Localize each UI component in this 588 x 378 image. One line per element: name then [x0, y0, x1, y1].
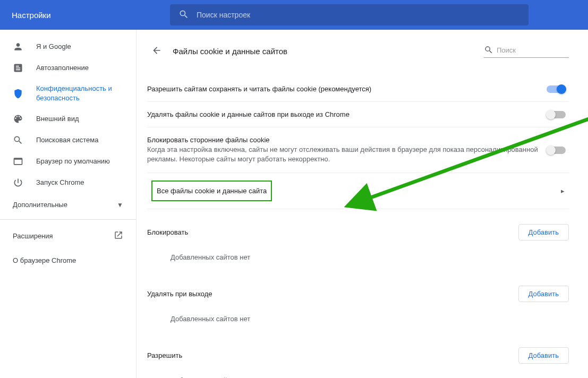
- sidebar-item-autofill[interactable]: Автозаполнение: [0, 57, 136, 79]
- section-delete-on-exit: Удалять при выходе Добавить: [147, 286, 569, 302]
- global-search-input[interactable]: [197, 11, 520, 19]
- setting-label: Блокировать сторонние файлы cookie: [147, 136, 547, 144]
- arrow-left-icon: [151, 45, 162, 57]
- page-title: Файлы cookie и данные сайтов: [173, 47, 484, 56]
- section-block: Блокировать Добавить: [147, 224, 569, 240]
- highlight-box: Все файлы cookie и данные сайта: [151, 181, 272, 201]
- search-icon: [178, 9, 189, 21]
- all-cookies-label: Все файлы cookie и данные сайта: [157, 187, 267, 195]
- sidebar-item-you-and-google[interactable]: Я и Google: [0, 36, 136, 57]
- sidebar-item-label: Автозаполнение: [36, 63, 89, 73]
- search-icon: [484, 45, 493, 56]
- sidebar-item-privacy-security[interactable]: Конфиденциальность и безопасность: [0, 79, 136, 108]
- setting-description: Когда эта настройка включена, сайты не м…: [147, 145, 547, 164]
- section-title: Разрешить: [147, 351, 518, 359]
- sidebar-item-label: Внешний вид: [36, 114, 79, 124]
- page-header: Файлы cookie и данные сайтов: [147, 41, 569, 61]
- global-search[interactable]: [170, 4, 529, 25]
- shield-icon: [13, 88, 23, 99]
- power-icon: [13, 177, 23, 188]
- all-cookies-link[interactable]: Все файлы cookie и данные сайта ▸: [147, 173, 569, 209]
- sidebar-item-label: Конфиденциальность и безопасность: [36, 84, 121, 103]
- sidebar-item-appearance[interactable]: Внешний вид: [0, 108, 136, 130]
- page-search-input[interactable]: [493, 44, 569, 57]
- autofill-icon: [13, 63, 23, 73]
- sidebar-about-chrome[interactable]: О браузере Chrome: [0, 249, 136, 272]
- add-allow-button[interactable]: Добавить: [518, 347, 569, 364]
- sidebar-additional[interactable]: Дополнительные ▼: [0, 193, 136, 216]
- toggle-allow-cookies[interactable]: [547, 85, 566, 93]
- sidebar-item-label: Запуск Chrome: [36, 178, 84, 187]
- block-empty-msg: Добавленных сайтов нет: [147, 247, 569, 271]
- browser-icon: [13, 156, 23, 167]
- add-block-button[interactable]: Добавить: [518, 224, 569, 240]
- main-content: Файлы cookie и данные сайтов Разрешить с…: [136, 30, 588, 378]
- toggle-block-third-party[interactable]: [547, 147, 566, 154]
- sidebar-additional-label: Дополнительные: [13, 201, 67, 209]
- search-icon: [13, 135, 23, 145]
- setting-allow-cookies: Разрешить сайтам сохранять и читать файл…: [147, 76, 569, 102]
- toggle-clear-on-exit[interactable]: [547, 111, 566, 118]
- page-search[interactable]: [484, 44, 569, 58]
- section-title: Удалять при выходе: [147, 290, 518, 298]
- setting-block-third-party: Блокировать сторонние файлы cookie Когда…: [147, 127, 569, 173]
- setting-clear-on-exit: Удалять файлы cookie и данные сайтов при…: [147, 102, 569, 127]
- setting-label: Разрешить сайтам сохранять и читать файл…: [147, 85, 547, 93]
- palette-icon: [13, 114, 23, 124]
- about-label: О браузере Chrome: [13, 256, 76, 264]
- external-link-icon: [114, 230, 123, 242]
- sidebar-extensions[interactable]: Расширения: [0, 223, 136, 249]
- delete-on-exit-empty-msg: Добавленных сайтов нет: [147, 308, 569, 332]
- chevron-right-icon: ▸: [561, 187, 569, 195]
- allow-empty-msg: Добавленных сайтов нет: [147, 370, 569, 378]
- app-header: Настройки: [0, 0, 588, 30]
- extensions-label: Расширения: [13, 232, 53, 240]
- back-button[interactable]: [147, 41, 166, 61]
- sidebar-item-on-startup[interactable]: Запуск Chrome: [0, 172, 136, 193]
- section-allow: Разрешить Добавить: [147, 347, 569, 364]
- sidebar: Я и Google Автозаполнение Конфиденциальн…: [0, 30, 136, 378]
- sidebar-item-default-browser[interactable]: Браузер по умолчанию: [0, 151, 136, 172]
- setting-label: Удалять файлы cookie и данные сайтов при…: [147, 110, 547, 118]
- sidebar-item-label: Браузер по умолчанию: [36, 157, 110, 166]
- divider: [0, 219, 136, 220]
- chevron-down-icon: ▼: [117, 201, 123, 209]
- sidebar-item-search-engine[interactable]: Поисковая система: [0, 130, 136, 151]
- person-icon: [13, 41, 23, 52]
- sidebar-item-label: Я и Google: [36, 42, 71, 51]
- app-title: Настройки: [0, 11, 170, 20]
- section-title: Блокировать: [147, 228, 518, 236]
- sidebar-item-label: Поисковая система: [36, 135, 99, 145]
- add-delete-on-exit-button[interactable]: Добавить: [518, 286, 569, 302]
